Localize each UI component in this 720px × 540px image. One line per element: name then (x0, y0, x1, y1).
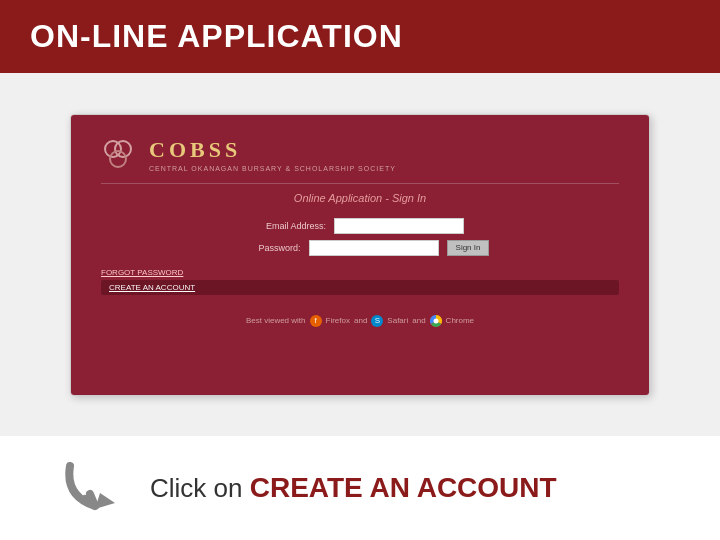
email-label: Email Address: (256, 221, 326, 231)
safari-icon: S (371, 315, 383, 327)
cobss-logo-text: COBSS (149, 137, 241, 162)
chrome-label: Chrome (446, 316, 474, 325)
svg-point-4 (433, 318, 438, 323)
page-wrapper: ON-LINE APPLICATION COBSS (0, 0, 720, 540)
cobss-divider (101, 183, 619, 184)
safari-label: Safari (387, 316, 408, 325)
create-account-text: CREATE AN ACCOUNT (250, 472, 557, 503)
cobss-header: COBSS CENTRAL OKANAGAN BURSARY & SCHOLAR… (101, 135, 619, 175)
click-text: Click on (150, 473, 250, 503)
cobss-subtitle: CENTRAL OKANAGAN BURSARY & SCHOLARSHIP S… (149, 165, 396, 172)
title-bar: ON-LINE APPLICATION (0, 0, 720, 73)
cobss-form: Email Address: Password: Sign In (101, 218, 619, 256)
password-label: Password: (231, 243, 301, 253)
create-account-link[interactable]: CREATE AN ACCOUNT (101, 280, 619, 295)
firefox-icon: f (310, 315, 322, 327)
and-text-1: and (354, 316, 367, 325)
arrow-icon (60, 451, 140, 521)
email-input[interactable] (334, 218, 464, 234)
firefox-label: Firefox (326, 316, 350, 325)
click-instruction: Click on CREATE AN ACCOUNT (150, 472, 557, 504)
password-input[interactable] (309, 240, 439, 256)
svg-point-1 (115, 141, 131, 157)
password-row: Password: Sign In (231, 240, 490, 256)
cobss-page: COBSS CENTRAL OKANAGAN BURSARY & SCHOLAR… (71, 115, 649, 395)
cobss-logo-area: COBSS CENTRAL OKANAGAN BURSARY & SCHOLAR… (149, 137, 396, 172)
browser-window: COBSS CENTRAL OKANAGAN BURSARY & SCHOLAR… (70, 114, 650, 396)
bottom-section: Click on CREATE AN ACCOUNT (0, 436, 720, 540)
email-row: Email Address: (256, 218, 464, 234)
chrome-icon (430, 315, 442, 327)
cobss-logo: COBSS CENTRAL OKANAGAN BURSARY & SCHOLAR… (101, 135, 396, 175)
page-title: ON-LINE APPLICATION (30, 18, 403, 55)
main-content: COBSS CENTRAL OKANAGAN BURSARY & SCHOLAR… (0, 73, 720, 436)
cobss-logo-graphic (101, 135, 141, 175)
footer-text: Best viewed with (246, 316, 306, 325)
cobss-footer: Best viewed with f Firefox and S Safari … (101, 315, 619, 327)
and-text-2: and (412, 316, 425, 325)
cobss-signin-title: Online Application - Sign In (101, 192, 619, 204)
svg-marker-5 (95, 493, 115, 509)
forgot-password-link[interactable]: FORGOT PASSWORD (101, 268, 619, 277)
signin-button[interactable]: Sign In (447, 240, 490, 256)
arrow-wrapper (60, 451, 140, 525)
cobss-links: FORGOT PASSWORD CREATE AN ACCOUNT (101, 268, 619, 295)
svg-point-2 (110, 151, 126, 167)
